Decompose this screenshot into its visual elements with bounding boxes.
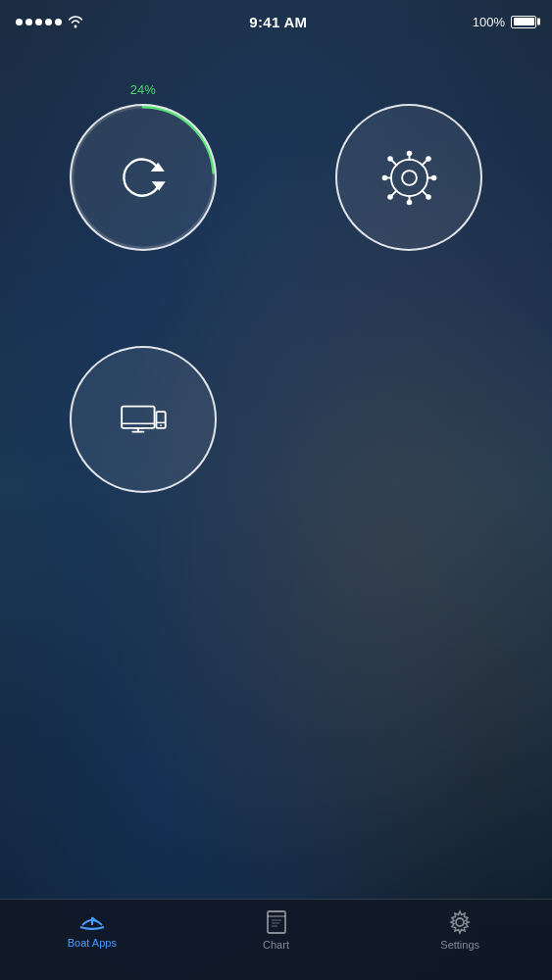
tab-bar: Boat Apps Chart Settings [0,899,552,980]
tab-boat-apps[interactable]: Boat Apps [0,909,184,949]
svg-point-21 [426,156,431,162]
tab-chart[interactable]: Chart [184,909,369,951]
signal-dot-4 [45,19,52,25]
svg-point-22 [387,194,393,200]
marine-devices-icon [111,388,175,452]
svg-point-17 [381,174,387,180]
tab-settings-label: Settings [440,939,479,951]
signal-dot-1 [16,19,23,25]
marine-devices-button[interactable] [70,346,217,493]
signal-dot-5 [55,19,62,25]
svg-point-20 [426,194,431,200]
status-left [16,15,84,28]
settings-icon [447,909,473,935]
sync-circle[interactable] [70,104,217,251]
svg-rect-23 [122,406,154,427]
battery-icon [511,16,536,28]
svg-point-18 [431,174,437,180]
boat-apps-icon [78,909,106,933]
tab-boat-apps-label: Boat Apps [68,937,117,949]
signal-dot-3 [35,19,42,25]
svg-point-37 [456,918,464,926]
signal-dot-2 [25,19,32,25]
svg-rect-32 [268,911,285,933]
tab-settings[interactable]: Settings [368,909,552,951]
status-bar: 9:41 AM 100% [0,0,552,43]
status-right: 100% [473,15,536,29]
helm-icon [377,146,441,210]
chart-tab-icon [265,909,288,935]
wifi-status-icon [67,15,84,28]
sync-plotter-button[interactable]: 24% [70,104,217,251]
svg-point-15 [406,150,412,156]
svg-point-19 [387,156,393,162]
svg-point-30 [160,424,162,426]
svg-point-16 [406,199,412,205]
sync-percentage: 24% [130,82,156,97]
status-time: 9:41 AM [249,14,307,30]
svg-marker-4 [152,181,166,190]
helm-button[interactable] [335,104,482,251]
tab-chart-label: Chart [263,939,289,951]
battery-percent: 100% [473,15,505,29]
signal-dots [16,19,62,25]
sync-icon [111,146,175,210]
svg-point-5 [402,171,417,185]
